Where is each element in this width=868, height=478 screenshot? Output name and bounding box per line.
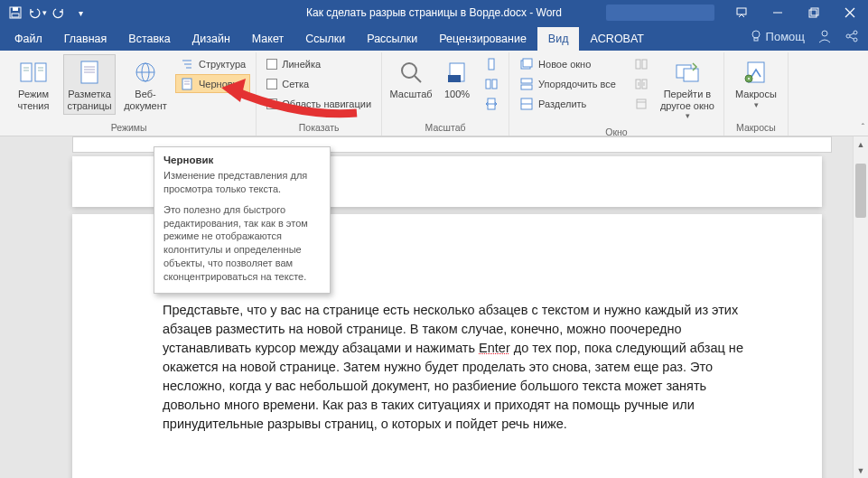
account-button[interactable]	[817, 29, 832, 43]
switch-window-button[interactable]: Перейти в другое окно ▾	[657, 54, 718, 125]
sync-scroll-icon	[634, 77, 649, 91]
redo-button[interactable]	[49, 3, 69, 23]
svg-rect-39	[448, 75, 461, 82]
undo-icon	[28, 6, 41, 19]
web-layout-button[interactable]: Веб-документ	[119, 54, 172, 115]
page-width-button[interactable]	[480, 94, 503, 113]
scroll-up-button[interactable]: ▲	[854, 136, 868, 152]
arrange-all-icon	[519, 77, 534, 91]
ribbon: Режим чтения Разметка страницы Веб-докум…	[0, 51, 868, 136]
draft-icon	[180, 77, 194, 91]
svg-rect-5	[809, 10, 817, 17]
multi-page-icon	[484, 77, 499, 91]
tell-me-button[interactable]: Помощ	[750, 30, 805, 43]
tab-view[interactable]: Вид	[537, 27, 580, 51]
window-buttons	[723, 0, 868, 25]
macros-button[interactable]: Макросы ▾	[730, 54, 782, 113]
outline-label: Структура	[199, 59, 246, 70]
ruler-label: Линейка	[282, 59, 321, 70]
vertical-scrollbar[interactable]: ▲ ▼	[853, 136, 868, 478]
ribbon-options-button[interactable]	[723, 0, 760, 25]
group-macros: Макросы ▾ Макросы	[724, 52, 789, 136]
tab-review[interactable]: Рецензирование	[428, 27, 537, 51]
tab-references[interactable]: Ссылки	[294, 27, 356, 51]
one-page-button[interactable]	[480, 54, 503, 73]
scroll-down-button[interactable]: ▼	[854, 463, 868, 478]
reading-mode-button[interactable]: Режим чтения	[7, 54, 60, 115]
svg-point-13	[854, 31, 857, 34]
draft-button[interactable]: Черновик	[175, 74, 250, 93]
new-window-icon	[519, 57, 534, 71]
multi-page-button[interactable]	[480, 74, 503, 93]
split-icon	[519, 97, 534, 111]
tab-design[interactable]: Дизайн	[182, 27, 241, 51]
new-window-button[interactable]: Новое окно	[515, 54, 621, 73]
tooltip-title: Черновик	[163, 155, 321, 165]
svg-rect-40	[489, 59, 494, 70]
magnifier-icon	[399, 61, 423, 84]
collapse-ribbon-button[interactable]: ˆ	[862, 123, 864, 133]
group-show: Линейка Сетка Область навигации Показать	[257, 52, 382, 136]
zoom-100-button[interactable]: 100%	[438, 54, 476, 104]
svg-rect-17	[21, 63, 32, 81]
svg-rect-42	[492, 80, 497, 89]
zoom-button[interactable]: Масштаб	[387, 54, 434, 104]
svg-point-14	[854, 38, 857, 42]
svg-rect-1	[13, 7, 18, 11]
tab-home[interactable]: Главная	[53, 27, 118, 51]
person-icon	[817, 29, 832, 43]
tooltip-paragraph-2: Это полезно для быстрого редактирования,…	[163, 203, 321, 284]
minimize-button[interactable]	[760, 0, 796, 25]
minimize-icon	[772, 7, 783, 18]
svg-rect-52	[642, 60, 647, 69]
web-layout-icon	[133, 61, 158, 83]
undo-button[interactable]: ▾	[27, 3, 47, 23]
svg-rect-51	[636, 60, 640, 69]
svg-line-16	[850, 37, 854, 39]
arrange-all-button[interactable]: Упорядочить все	[515, 74, 621, 93]
tab-mailings[interactable]: Рассылки	[356, 27, 428, 51]
checkbox-icon	[266, 98, 277, 109]
tab-layout[interactable]: Макет	[241, 27, 294, 51]
reading-mode-icon	[20, 61, 47, 84]
checkbox-icon	[266, 79, 277, 89]
tab-acrobat[interactable]: ACROBAT	[579, 27, 655, 51]
svg-rect-3	[737, 8, 746, 14]
navpane-checkbox[interactable]: Область навигации	[262, 94, 376, 113]
page-width-icon	[484, 97, 499, 111]
zoom-label: Масштаб	[390, 89, 433, 100]
sync-scroll-button[interactable]	[630, 74, 653, 93]
share-button[interactable]	[845, 29, 859, 43]
group-views-label: Режимы	[7, 120, 250, 136]
side-by-side-icon	[634, 57, 649, 71]
ruler-checkbox[interactable]: Линейка	[262, 54, 376, 73]
navpane-label: Область навигации	[282, 98, 371, 109]
save-button[interactable]	[5, 3, 25, 23]
outline-button[interactable]: Структура	[175, 54, 250, 73]
svg-point-11	[822, 31, 827, 36]
scroll-thumb[interactable]	[855, 164, 866, 218]
split-button[interactable]: Разделить	[515, 94, 621, 113]
qat-customize[interactable]: ▾	[70, 3, 90, 23]
print-layout-button[interactable]: Разметка страницы	[63, 54, 116, 115]
maximize-button[interactable]	[796, 0, 832, 25]
checkbox-icon	[266, 59, 277, 70]
switch-window-icon	[675, 61, 700, 83]
split-label: Разделить	[538, 98, 586, 109]
side-by-side-button[interactable]	[630, 54, 653, 73]
svg-rect-41	[486, 80, 490, 89]
close-icon	[845, 7, 855, 18]
tab-file[interactable]: Файл	[4, 27, 53, 51]
gridlines-checkbox[interactable]: Сетка	[262, 74, 376, 93]
group-zoom-label: Масштаб	[387, 120, 503, 136]
reset-position-button[interactable]	[630, 94, 653, 113]
window-title: Как сделать разрыв страницы в Ворде.docx…	[306, 6, 562, 19]
tooltip-paragraph-1: Изменение представления для просмотра то…	[163, 169, 321, 196]
outline-icon	[180, 57, 194, 71]
close-button[interactable]	[832, 0, 868, 25]
svg-point-12	[846, 34, 850, 38]
tab-insert[interactable]: Вставка	[117, 27, 181, 51]
group-macros-label: Макросы	[730, 120, 782, 136]
page-100-icon	[446, 62, 468, 82]
document-paragraph[interactable]: Представьте, что у вас на странице есть …	[163, 301, 759, 434]
